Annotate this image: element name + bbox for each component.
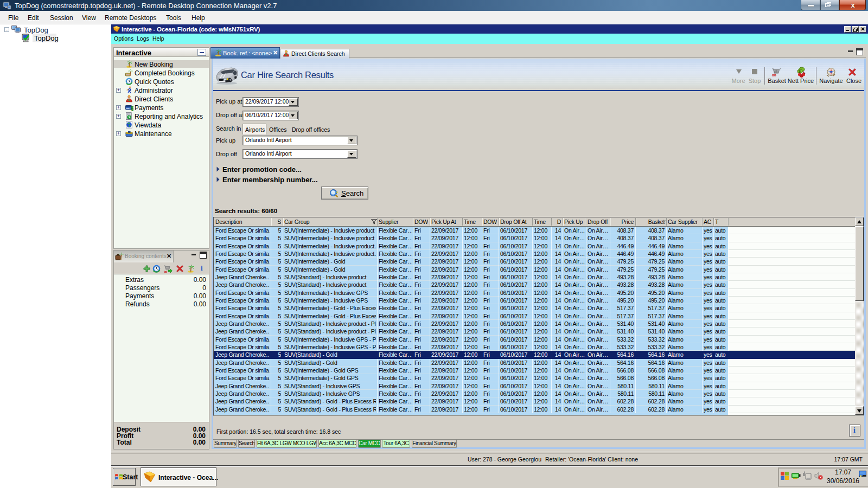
svg-text:$: $ [131, 106, 133, 111]
